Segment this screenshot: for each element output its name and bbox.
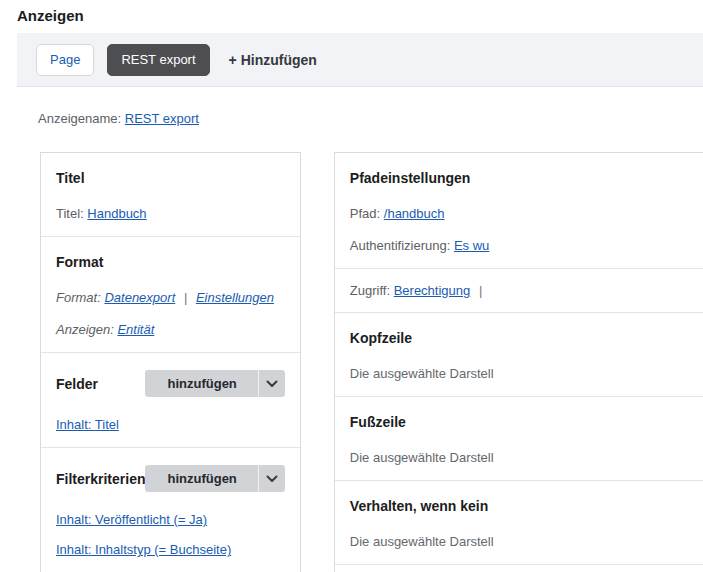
- page-title: Anzeigen: [17, 7, 703, 24]
- format-section: Format Format: Datenexport | Einstellung…: [41, 236, 300, 352]
- filter-section: Filterkriterien hinzufügen Inhalt: Veröf…: [41, 447, 300, 572]
- auth-value-link[interactable]: Es wu: [454, 238, 489, 253]
- field-link[interactable]: Inhalt: Titel: [56, 417, 119, 432]
- left-settings-card: Titel Titel: Handbuch Format Format: Dat…: [40, 152, 301, 572]
- format-separator: |: [184, 290, 187, 305]
- title-section: Titel Titel: Handbuch: [41, 153, 300, 236]
- header-section-text: Die ausgewählte Darstell: [350, 366, 703, 381]
- show-label: Anzeigen:: [56, 322, 114, 337]
- right-settings-card: Pfadeinstellungen Pfad: /handbuch Authen…: [334, 152, 703, 572]
- views-display-page: Anzeigen Page REST export + Hinzufügen A…: [0, 0, 703, 572]
- filter-section-heading: Filterkriterien: [56, 471, 145, 487]
- path-value-link[interactable]: /handbuch: [384, 206, 445, 221]
- next-section-partial: [335, 564, 703, 572]
- title-value-link[interactable]: Handbuch: [87, 206, 146, 221]
- filter-link[interactable]: Inhalt: Inhaltstyp (= Buchseite): [56, 542, 231, 557]
- tab-rest-export[interactable]: REST export: [107, 44, 209, 76]
- format-section-heading: Format: [56, 254, 285, 270]
- access-section: Zugriff: Berechtigung |: [335, 268, 703, 312]
- add-display-button[interactable]: + Hinzufügen: [229, 52, 317, 68]
- access-separator: |: [479, 283, 482, 298]
- header-section: Kopfzeile Die ausgewählte Darstell: [335, 312, 703, 396]
- filter-add-button-label[interactable]: hinzufügen: [145, 465, 257, 492]
- settings-columns: Titel Titel: Handbuch Format Format: Dat…: [40, 152, 703, 572]
- footer-section-text: Die ausgewählte Darstell: [350, 450, 703, 465]
- fields-add-button[interactable]: hinzufügen: [145, 370, 284, 397]
- path-label: Pfad:: [350, 206, 380, 221]
- no-results-heading: Verhalten, wenn kein: [350, 498, 703, 514]
- footer-section: Fußzeile Die ausgewählte Darstell: [335, 396, 703, 480]
- display-name-row: Anzeigename: REST export: [38, 111, 703, 126]
- footer-section-heading: Fußzeile: [350, 414, 703, 430]
- no-results-text: Die ausgewählte Darstell: [350, 534, 703, 549]
- chevron-down-icon: [266, 380, 278, 388]
- format-label: Format:: [56, 290, 101, 305]
- title-label: Titel:: [56, 206, 84, 221]
- fields-add-dropdown-toggle[interactable]: [258, 370, 285, 397]
- show-value-link[interactable]: Entität: [117, 322, 154, 337]
- chevron-down-icon: [266, 475, 278, 483]
- path-settings-section: Pfadeinstellungen Pfad: /handbuch Authen…: [335, 153, 703, 268]
- fields-section-heading: Felder: [56, 376, 98, 392]
- tab-page[interactable]: Page: [36, 44, 94, 76]
- no-results-section: Verhalten, wenn kein Die ausgewählte Dar…: [335, 480, 703, 564]
- header-section-heading: Kopfzeile: [350, 330, 703, 346]
- title-section-heading: Titel: [56, 170, 285, 186]
- display-name-link[interactable]: REST export: [125, 111, 199, 126]
- filter-link[interactable]: Inhalt: Veröffentlicht (= Ja): [56, 512, 207, 527]
- filter-add-button[interactable]: hinzufügen: [145, 465, 284, 492]
- fields-add-button-label[interactable]: hinzufügen: [145, 370, 257, 397]
- filter-add-dropdown-toggle[interactable]: [258, 465, 285, 492]
- format-value-link[interactable]: Datenexport: [104, 290, 175, 305]
- access-label: Zugriff:: [350, 283, 390, 298]
- auth-label: Authentifizierung:: [350, 238, 450, 253]
- display-tabs-bar: Page REST export + Hinzufügen: [17, 33, 703, 87]
- display-name-label: Anzeigename:: [38, 111, 121, 126]
- fields-section: Felder hinzufügen Inhalt: Titel: [41, 352, 300, 447]
- format-settings-link[interactable]: Einstellungen: [196, 290, 274, 305]
- access-value-link[interactable]: Berechtigung: [394, 283, 471, 298]
- path-settings-heading: Pfadeinstellungen: [350, 170, 703, 186]
